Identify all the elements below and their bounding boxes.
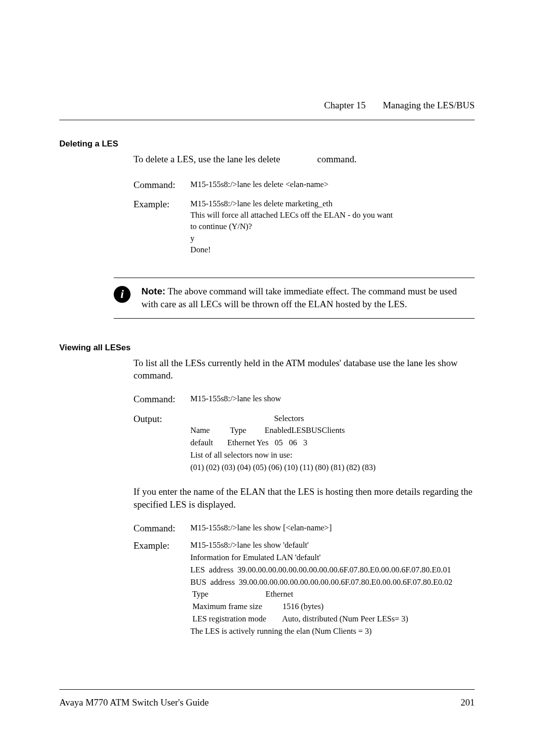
chapter-label: Chapter 15: [324, 100, 366, 110]
footer-left: Avaya M770 ATM Switch User's Guide: [59, 696, 209, 709]
deleting-intro: To delete a LES, use the lane les delete…: [134, 153, 475, 166]
intro-cmd: lane les delete: [227, 154, 280, 164]
output-block: Selectors Name Type EnabledLESBUSClients…: [190, 413, 475, 474]
out-line: Name Type EnabledLESBUSClients: [190, 425, 475, 437]
note-block: i Note: The above command will take imme…: [114, 278, 475, 319]
ex-line: Maximum frame size 1516 (bytes): [190, 601, 475, 613]
out-line: List of all selectors now in use:: [190, 449, 475, 462]
section-heading-viewing: Viewing all LESes: [59, 342, 475, 354]
out-line: default Ethernet Yes 05 06 3: [190, 437, 475, 449]
command-label: Command:: [134, 393, 190, 406]
note-body: The above command will take immediate ef…: [141, 286, 457, 310]
command-text: M15-155s8:/>lane les show: [190, 393, 475, 406]
ex-line: to continue (Y/N)?: [190, 221, 475, 232]
out-line: Selectors: [190, 413, 475, 425]
footer-rule: [59, 689, 475, 690]
output-label: Output:: [134, 413, 190, 474]
example-label: Example:: [134, 198, 190, 255]
ex-line: y: [190, 233, 475, 244]
chapter-title: Managing the LES/BUS: [383, 100, 475, 110]
viewing-intro: To list all the LESs currently held in t…: [134, 357, 475, 382]
ex-line: The LES is actively running the elan (Nu…: [190, 625, 475, 638]
command-text: M15-155s8:/>lane les delete <elan-name>: [190, 179, 475, 191]
info-icon: i: [114, 286, 131, 303]
out-line: (01) (02) (03) (04) (05) (06) (10) (11) …: [190, 462, 475, 474]
ex-line: Information for Emulated LAN 'default': [190, 552, 475, 564]
ex-line: BUS address 39.00.00.00.00.00.00.00.00.0…: [190, 576, 475, 589]
footer-page-number: 201: [461, 696, 475, 709]
ex-line: M15-155s8:/>lane les delete marketing_et…: [190, 198, 475, 209]
intro-pre: To list all the LESs currently held in t…: [134, 358, 407, 368]
intro-post: command.: [134, 370, 173, 380]
ex-line: Type Ethernet: [190, 588, 475, 601]
viewing-para2: If you enter the name of the ELAN that t…: [134, 485, 475, 511]
ex-line: Done!: [190, 244, 475, 255]
running-header: Chapter 15 Managing the LES/BUS: [324, 99, 475, 112]
page-footer: Avaya M770 ATM Switch User's Guide 201: [59, 696, 475, 709]
note-label: Note:: [141, 286, 166, 296]
ex-line: LES registration mode Auto, distributed …: [190, 613, 475, 625]
intro-post: command.: [315, 154, 356, 164]
intro-cmd: lane les show: [407, 358, 457, 368]
command-text: M15-155s8:/>lane les show [<elan-name>]: [190, 522, 475, 535]
command-label: Command:: [134, 179, 190, 191]
ex-line: M15-155s8:/>lane les show 'default': [190, 539, 475, 552]
ex-line: This will force all attached LECs off th…: [190, 209, 475, 221]
section-heading-deleting: Deleting a LES: [59, 139, 475, 150]
ex-line: LES address 39.00.00.00.00.00.00.00.00.0…: [190, 564, 475, 576]
header-rule: [59, 120, 475, 120]
example-label: Example:: [134, 539, 190, 637]
note-text: Note: The above command will take immedi…: [141, 285, 475, 311]
example-block: M15-155s8:/>lane les delete marketing_et…: [190, 198, 475, 255]
command-label: Command:: [134, 522, 190, 535]
intro-pre: To delete a LES, use the: [134, 154, 227, 164]
example-block: M15-155s8:/>lane les show 'default' Info…: [190, 539, 475, 637]
